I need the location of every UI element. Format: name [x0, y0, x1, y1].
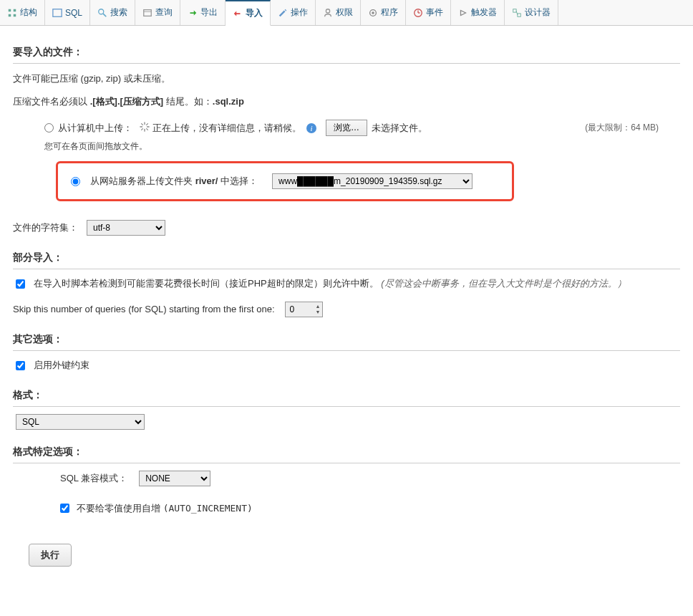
skip-queries-stepper[interactable]: ▲ ▼ — [285, 302, 323, 317]
compress-desc-1: 文件可能已压缩 (gzip, zip) 或未压缩。 — [13, 71, 680, 87]
privileges-icon — [323, 8, 333, 18]
allow-interrupt-row: 在导入时脚本若检测到可能需要花费很长时间（接近PHP超时的限定）则允许中断。 (… — [16, 276, 680, 292]
section-file-to-import: 要导入的文件： — [13, 46, 680, 64]
svg-rect-2 — [9, 14, 11, 16]
tab-designer[interactable]: 设计器 — [505, 0, 558, 25]
charset-select[interactable]: utf-8 — [87, 220, 165, 236]
tab-operations[interactable]: 操作 — [271, 0, 316, 25]
svg-line-17 — [516, 11, 518, 14]
skip-queries-label: Skip this number of queries (for SQL) st… — [13, 304, 275, 314]
svg-rect-16 — [518, 13, 520, 16]
execute-button[interactable]: 执行 — [29, 544, 72, 567]
radio-from-computer[interactable]: 从计算机中上传： — [44, 122, 132, 135]
uploading-text: 正在上传，没有详细信息，请稍候。 — [152, 122, 301, 135]
triggers-icon — [458, 8, 468, 18]
server-folder-highlight-box: 从网站服务器上传文件夹 river/ 中选择： www██████m_20190… — [56, 161, 514, 201]
stepper-buttons: ▲ ▼ — [314, 304, 322, 315]
max-limit-text: (最大限制：64 MB) — [585, 122, 680, 134]
section-other-options: 其它选项： — [13, 333, 680, 351]
allow-interrupt-label: 在导入时脚本若检测到可能需要花费很长时间（接近PHP超时的限定）则允许中断。 (… — [34, 276, 626, 292]
svg-rect-3 — [14, 14, 16, 16]
radio-from-computer-label: 从计算机中上传： — [58, 122, 132, 135]
tab-label: 查询 — [155, 6, 173, 19]
tab-label: SQL — [65, 8, 82, 18]
radio-from-computer-input[interactable] — [44, 123, 54, 133]
top-tab-bar: 结构 SQL 搜索 查询 导出 导入 操作 权限 程序 事件 触发器 — [0, 0, 693, 26]
import-icon — [233, 9, 243, 19]
svg-text:i: i — [310, 124, 312, 133]
tab-structure[interactable]: 结构 — [0, 0, 45, 25]
sql-icon — [52, 8, 62, 18]
tab-label: 设计器 — [525, 6, 551, 19]
no-file-text: 未选择文件。 — [372, 122, 427, 135]
browse-button[interactable]: 浏览… — [326, 120, 367, 136]
svg-rect-15 — [513, 9, 516, 11]
svg-rect-0 — [9, 9, 11, 11]
loading-spinner-icon — [140, 122, 150, 134]
allow-interrupt-checkbox[interactable] — [16, 279, 25, 289]
export-icon — [188, 8, 198, 18]
charset-label: 文件的字符集： — [13, 221, 78, 234]
tab-label: 搜索 — [110, 6, 127, 19]
tab-routines[interactable]: 程序 — [361, 0, 406, 25]
fk-label: 启用外键约束 — [34, 358, 89, 373]
tab-privileges[interactable]: 权限 — [316, 0, 361, 25]
tab-label: 权限 — [336, 6, 353, 19]
search-icon — [97, 8, 107, 18]
fk-checkbox[interactable] — [16, 361, 25, 370]
routines-icon — [368, 8, 378, 18]
svg-rect-4 — [53, 9, 62, 16]
tab-label: 事件 — [426, 6, 443, 19]
stepper-up[interactable]: ▲ — [314, 304, 322, 309]
tab-label: 操作 — [291, 6, 308, 19]
designer-icon — [512, 8, 522, 18]
svg-point-11 — [372, 11, 374, 14]
server-folder-label: 从网站服务器上传文件夹 river/ 中选择： — [90, 175, 258, 188]
fk-row: 启用外键约束 — [16, 358, 680, 373]
tab-import[interactable]: 导入 — [226, 0, 271, 26]
tab-sql[interactable]: SQL — [45, 0, 90, 25]
query-icon — [142, 8, 152, 18]
section-partial-import: 部分导入： — [13, 251, 680, 269]
tab-search[interactable]: 搜索 — [90, 0, 135, 25]
radio-from-server[interactable] — [71, 177, 84, 186]
sql-compat-label: SQL 兼容模式： — [60, 472, 127, 485]
svg-line-23 — [147, 129, 148, 130]
radio-from-server-input[interactable] — [71, 177, 80, 186]
operation-icon — [278, 8, 288, 18]
svg-point-5 — [99, 9, 104, 14]
autoincr-checkbox[interactable] — [60, 504, 69, 513]
stepper-down[interactable]: ▼ — [314, 309, 322, 315]
svg-rect-7 — [144, 9, 152, 16]
autoincr-row: 不要给零值使用自增 (AUTO_INCREMENT) — [60, 502, 680, 515]
format-select[interactable]: SQL — [16, 414, 145, 430]
svg-point-9 — [326, 9, 329, 12]
autoincr-label: 不要给零值使用自增 (AUTO_INCREMENT) — [77, 502, 253, 515]
tab-query[interactable]: 查询 — [135, 0, 180, 25]
skip-queries-row: Skip this number of queries (for SQL) st… — [13, 302, 680, 317]
svg-line-24 — [142, 129, 143, 130]
server-file-select[interactable]: www██████m_20190909_194359.sql.gz — [272, 173, 472, 189]
tab-export[interactable]: 导出 — [180, 0, 226, 25]
tab-triggers[interactable]: 触发器 — [451, 0, 505, 25]
tab-label: 导入 — [246, 7, 263, 19]
section-format: 格式： — [13, 389, 680, 407]
skip-queries-input[interactable] — [286, 302, 314, 317]
content-area: 要导入的文件： 文件可能已压缩 (gzip, zip) 或未压缩。 压缩文件名必… — [0, 26, 693, 588]
structure-icon — [7, 8, 17, 18]
tab-label: 导出 — [200, 6, 218, 19]
charset-row: 文件的字符集： utf-8 — [13, 220, 680, 236]
sql-compat-select[interactable]: NONE — [139, 471, 210, 486]
svg-rect-1 — [14, 9, 16, 11]
tab-label: 触发器 — [471, 6, 497, 19]
section-format-specific: 格式特定选项： — [13, 446, 680, 463]
tab-events[interactable]: 事件 — [406, 0, 451, 25]
events-icon — [413, 8, 423, 18]
drag-drop-note: 您可在各页面间拖放文件。 — [44, 140, 680, 153]
svg-line-25 — [147, 124, 148, 125]
tab-label: 程序 — [381, 6, 398, 19]
svg-line-6 — [103, 13, 106, 16]
sql-compat-row: SQL 兼容模式： NONE — [60, 471, 680, 486]
compress-desc-2: 压缩文件名必须以 .[格式].[压缩方式] 结尾。如：.sql.zip — [13, 94, 680, 110]
info-icon[interactable]: i — [306, 122, 317, 134]
